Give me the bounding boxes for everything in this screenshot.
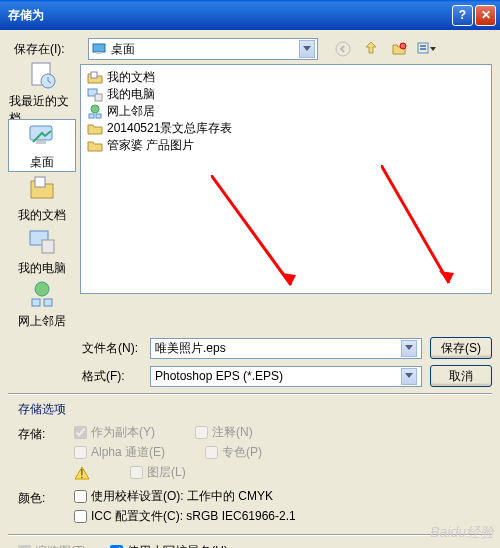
- sidebar-item-network[interactable]: 网上邻居: [8, 278, 76, 331]
- svg-rect-21: [89, 114, 94, 118]
- lowercase-ext-checkbox[interactable]: 使用小写扩展名(U): [110, 543, 228, 548]
- svg-rect-17: [91, 72, 97, 78]
- svg-line-24: [381, 165, 449, 283]
- warning-icon: !: [74, 466, 90, 480]
- svg-text:!: !: [80, 467, 83, 480]
- svg-rect-22: [96, 114, 101, 118]
- svg-point-14: [35, 282, 49, 296]
- layers-checkbox: 图层(L): [130, 464, 186, 481]
- svg-rect-19: [95, 94, 102, 101]
- computer-icon: [26, 226, 58, 258]
- annotations-checkbox: 注释(N): [195, 424, 253, 441]
- list-item[interactable]: 管家婆 产品图片: [85, 137, 487, 154]
- as-copy-checkbox: 作为副本(Y): [74, 424, 155, 441]
- sidebar-item-recent[interactable]: 我最近的文档: [8, 66, 76, 119]
- file-list[interactable]: 我的文档 我的电脑 网上邻居 20140521景文总库存表 管家婆 产品图片: [80, 64, 492, 294]
- svg-rect-1: [96, 52, 102, 54]
- titlebar: 存储为 ? ✕: [0, 0, 500, 30]
- svg-rect-5: [420, 45, 426, 47]
- up-button[interactable]: [360, 38, 382, 60]
- desktop-icon: [91, 41, 107, 57]
- annotation-arrow-left: [211, 175, 301, 294]
- svg-rect-13: [42, 240, 54, 253]
- list-item[interactable]: 我的电脑: [85, 86, 487, 103]
- sidebar-item-computer[interactable]: 我的电脑: [8, 225, 76, 278]
- chevron-down-icon: [401, 368, 417, 385]
- svg-rect-11: [35, 177, 45, 187]
- svg-point-20: [91, 105, 99, 113]
- save-in-label: 保存在(I):: [14, 41, 82, 58]
- list-item[interactable]: 网上邻居: [85, 103, 487, 120]
- folder-icon: [87, 121, 103, 137]
- format-label: 格式(F):: [82, 368, 142, 385]
- new-folder-button[interactable]: [388, 38, 410, 60]
- chevron-down-icon: [401, 340, 417, 357]
- svg-point-2: [336, 42, 350, 56]
- view-menu-button[interactable]: [416, 38, 438, 60]
- folder-icon: [87, 70, 103, 86]
- window-title: 存储为: [8, 7, 450, 24]
- documents-icon: [26, 173, 58, 205]
- network-icon: [26, 279, 58, 311]
- svg-rect-10: [36, 141, 46, 144]
- sidebar-item-desktop[interactable]: 桌面: [8, 119, 76, 172]
- proof-checkbox[interactable]: 使用校样设置(O): 工作中的 CMYK: [74, 488, 273, 505]
- svg-rect-0: [93, 44, 105, 52]
- thumbnail-checkbox: 缩览图(T): [18, 543, 86, 548]
- places-sidebar: 我最近的文档 桌面 我的文档 我的电脑 网上邻居: [8, 64, 76, 331]
- desktop-icon: [26, 120, 58, 152]
- back-button[interactable]: [332, 38, 354, 60]
- cancel-button[interactable]: 取消: [430, 365, 492, 387]
- save-in-value: 桌面: [111, 41, 135, 58]
- options-title: 存储选项: [18, 401, 482, 418]
- help-button[interactable]: ?: [452, 5, 473, 26]
- list-item[interactable]: 20140521景文总库存表: [85, 120, 487, 137]
- save-button[interactable]: 保存(S): [430, 337, 492, 359]
- svg-point-3: [400, 43, 406, 49]
- alpha-checkbox: Alpha 通道(E): [74, 444, 165, 461]
- svg-rect-6: [420, 48, 426, 50]
- storage-label: 存储:: [18, 424, 74, 443]
- close-button[interactable]: ✕: [475, 5, 496, 26]
- network-icon: [87, 104, 103, 120]
- svg-rect-15: [32, 299, 40, 306]
- filename-label: 文件名(N):: [82, 340, 142, 357]
- save-in-combo[interactable]: 桌面: [88, 38, 318, 60]
- filename-input[interactable]: 唯美照片.eps: [150, 338, 422, 359]
- watermark: Baidu经验: [430, 524, 494, 542]
- color-label: 颜色:: [18, 488, 74, 507]
- icc-checkbox[interactable]: ICC 配置文件(C): sRGB IEC61966-2.1: [74, 508, 296, 525]
- computer-icon: [87, 87, 103, 103]
- annotation-arrow-right: [381, 165, 461, 294]
- list-item[interactable]: 我的文档: [85, 69, 487, 86]
- sidebar-item-documents[interactable]: 我的文档: [8, 172, 76, 225]
- folder-icon: [87, 138, 103, 154]
- spot-checkbox: 专色(P): [205, 444, 262, 461]
- svg-line-23: [211, 175, 291, 285]
- format-combo[interactable]: Photoshop EPS (*.EPS): [150, 366, 422, 387]
- svg-rect-16: [44, 299, 52, 306]
- chevron-down-icon: [299, 40, 315, 58]
- recent-docs-icon: [26, 59, 58, 91]
